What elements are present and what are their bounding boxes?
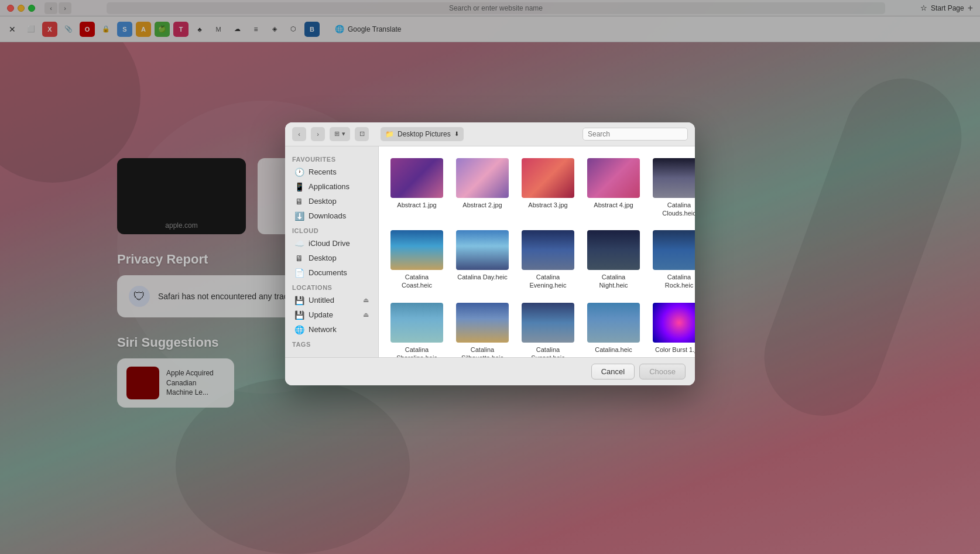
- file-label-abstract2: Abstract 2.jpg: [462, 201, 502, 209]
- file-thumb-abstract4: [587, 158, 640, 198]
- file-label-catalina: Catalina.heic: [595, 346, 632, 354]
- file-item-catalina-night[interactable]: Catalina Night.heic: [584, 227, 643, 293]
- file-label-catalina-coast: Catalina Coast.heic: [390, 273, 443, 290]
- file-item-catalina-silhouette[interactable]: Catalina Silhouette.heic: [453, 299, 512, 357]
- modal-body: Favourites 🕐 Recents 📱 Applications 🖥 De…: [285, 146, 695, 357]
- file-thumb-catalina-rock: [653, 230, 695, 270]
- icloud-section-label: iCloud: [285, 224, 378, 236]
- file-thumb-abstract3: [522, 158, 574, 198]
- file-thumb-catalina-shoreline: [390, 303, 443, 343]
- locations-section-label: Locations: [285, 281, 378, 293]
- choose-button[interactable]: Choose: [639, 364, 686, 379]
- recents-label: Recents: [309, 167, 337, 176]
- file-item-catalina-coast[interactable]: Catalina Coast.heic: [387, 227, 447, 293]
- icloud-drive-icon: ☁️: [294, 239, 304, 248]
- file-grid: Abstract 1.jpg Abstract 2.jpg Abstract 3…: [387, 155, 687, 357]
- modal-files-area: Abstract 1.jpg Abstract 2.jpg Abstract 3…: [379, 146, 695, 357]
- sidebar-item-update[interactable]: 💾 Update ⏏: [287, 308, 376, 322]
- desktop-icon: 🖥: [294, 197, 304, 206]
- modal-location-label[interactable]: 📁 Desktop Pictures ⬇: [381, 127, 464, 141]
- file-thumb-catalina-clouds: [653, 158, 695, 198]
- modal-search-input[interactable]: [582, 128, 688, 141]
- desktop-icloud-icon: 🖥: [294, 254, 304, 263]
- update-eject-icon[interactable]: ⏏: [363, 311, 369, 319]
- file-thumb-catalina-night: [587, 230, 640, 270]
- file-picker-modal: ‹ › ⊞ ▾ ⊡ 📁 Desktop Pictures ⬇ Favourite…: [285, 122, 695, 385]
- modal-toolbar: ‹ › ⊞ ▾ ⊡ 📁 Desktop Pictures ⬇: [285, 122, 695, 146]
- file-thumb-catalina-evening: [522, 230, 574, 270]
- downloads-icon: ⬇️: [294, 211, 304, 221]
- sidebar-item-desktop[interactable]: 🖥 Desktop: [287, 194, 376, 208]
- location-name: Desktop Pictures: [398, 130, 451, 138]
- file-label-catalina-night: Catalina Night.heic: [587, 273, 640, 290]
- file-thumb-catalina-silhouette: [456, 303, 509, 343]
- file-label-catalina-day: Catalina Day.heic: [457, 273, 507, 281]
- file-item-abstract2[interactable]: Abstract 2.jpg: [453, 155, 512, 221]
- downloads-label: Downloads: [309, 211, 346, 220]
- file-label-catalina-clouds: Catalina Clouds.heic: [653, 201, 695, 218]
- file-thumb-catalina-coast: [390, 230, 443, 270]
- sidebar-item-documents[interactable]: 📄 Documents: [287, 266, 376, 280]
- recents-icon: 🕐: [294, 167, 304, 177]
- modal-view-toggle[interactable]: ⊞ ▾: [330, 127, 350, 141]
- sidebar-item-downloads[interactable]: ⬇️ Downloads: [287, 209, 376, 223]
- documents-icon: 📄: [294, 268, 304, 278]
- modal-sidebar: Favourites 🕐 Recents 📱 Applications 🖥 De…: [285, 146, 379, 357]
- file-label-catalina-sunset: Catalina Sunset.heic: [522, 346, 574, 357]
- cancel-button[interactable]: Cancel: [591, 364, 635, 379]
- desktop-icloud-label: Desktop: [309, 254, 337, 262]
- location-arrow: ⬇: [454, 131, 459, 137]
- file-item-catalina-sunset[interactable]: Catalina Sunset.heic: [518, 299, 578, 357]
- untitled-eject-icon[interactable]: ⏏: [363, 296, 369, 304]
- modal-overlay: ‹ › ⊞ ▾ ⊡ 📁 Desktop Pictures ⬇ Favourite…: [0, 0, 980, 554]
- file-thumb-catalina-sunset: [522, 303, 574, 343]
- favourites-section-label: Favourites: [285, 152, 378, 165]
- modal-footer: Cancel Choose: [285, 357, 695, 385]
- file-thumb-abstract1: [390, 158, 443, 198]
- file-label-catalina-silhouette: Catalina Silhouette.heic: [456, 346, 509, 357]
- file-label-catalina-rock: Catalina Rock.heic: [653, 273, 695, 290]
- desktop-label: Desktop: [309, 197, 337, 206]
- file-item-catalina-shoreline[interactable]: Catalina Shoreline.heic: [387, 299, 447, 357]
- file-thumb-catalina: [587, 303, 640, 343]
- file-thumb-color-burst: [653, 303, 695, 343]
- file-item-abstract3[interactable]: Abstract 3.jpg: [518, 155, 578, 221]
- file-item-catalina-rock[interactable]: Catalina Rock.heic: [649, 227, 695, 293]
- file-item-catalina[interactable]: Catalina.heic: [584, 299, 643, 357]
- file-thumb-catalina-day: [456, 230, 509, 270]
- applications-icon: 📱: [294, 182, 304, 191]
- file-item-abstract4[interactable]: Abstract 4.jpg: [584, 155, 643, 221]
- icloud-drive-label: iCloud Drive: [309, 239, 350, 248]
- sidebar-item-untitled[interactable]: 💾 Untitled ⏏: [287, 293, 376, 307]
- sidebar-item-recents[interactable]: 🕐 Recents: [287, 165, 376, 179]
- view-grid-icon: ⊞: [334, 130, 340, 138]
- untitled-label: Untitled: [309, 296, 334, 305]
- network-icon: 🌐: [294, 325, 304, 334]
- modal-back-button[interactable]: ‹: [292, 127, 306, 141]
- update-drive-icon: 💾: [294, 310, 304, 320]
- folder-icon: 📁: [385, 130, 394, 138]
- file-item-color-burst[interactable]: Color Burst 1.jpg: [649, 299, 695, 357]
- network-label: Network: [309, 325, 337, 334]
- untitled-drive-icon: 💾: [294, 296, 304, 305]
- sidebar-item-icloud-drive[interactable]: ☁️ iCloud Drive: [287, 237, 376, 251]
- modal-forward-button[interactable]: ›: [311, 127, 325, 141]
- sidebar-item-applications[interactable]: 📱 Applications: [287, 180, 376, 194]
- documents-label: Documents: [309, 268, 347, 277]
- tags-section-label: Tags: [285, 337, 378, 350]
- file-item-abstract1[interactable]: Abstract 1.jpg: [387, 155, 447, 221]
- applications-label: Applications: [309, 182, 349, 191]
- file-label-catalina-evening: Catalina Evening.heic: [522, 273, 574, 290]
- modal-action-button[interactable]: ⊡: [355, 127, 369, 141]
- file-label-color-burst: Color Burst 1.jpg: [655, 346, 695, 354]
- update-label: Update: [309, 310, 333, 319]
- file-item-catalina-evening[interactable]: Catalina Evening.heic: [518, 227, 578, 293]
- sidebar-item-network[interactable]: 🌐 Network: [287, 323, 376, 337]
- sidebar-item-desktop-icloud[interactable]: 🖥 Desktop: [287, 251, 376, 265]
- file-label-abstract3: Abstract 3.jpg: [528, 201, 567, 209]
- file-label-abstract1: Abstract 1.jpg: [397, 201, 436, 209]
- file-thumb-abstract2: [456, 158, 509, 198]
- file-label-abstract4: Abstract 4.jpg: [594, 201, 633, 209]
- file-item-catalina-clouds[interactable]: Catalina Clouds.heic: [649, 155, 695, 221]
- file-item-catalina-day[interactable]: Catalina Day.heic: [453, 227, 512, 293]
